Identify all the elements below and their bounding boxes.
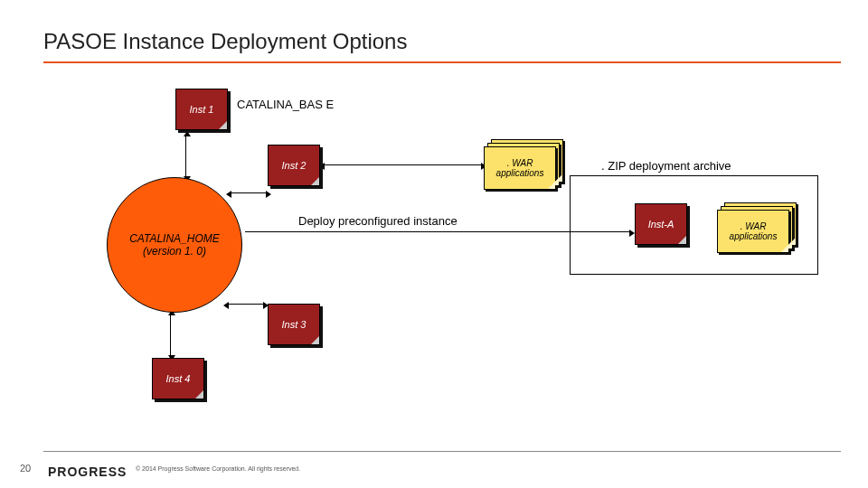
- connector-deploy: [245, 231, 630, 232]
- slide-title: PASOE Instance Deployment Options: [43, 29, 407, 54]
- connector-inst2: [231, 192, 267, 193]
- title-underline: [43, 61, 841, 63]
- brand-logo: PROGRESS: [48, 465, 127, 479]
- note-inst2: Inst 2: [268, 145, 320, 186]
- war-label-left: . WAR applications: [485, 158, 555, 178]
- diagram-canvas: CATALINA_HOME (version 1. 0) Inst 1 CATA…: [0, 70, 868, 416]
- connector-inst3: [228, 304, 264, 305]
- note-inst4-label: Inst 4: [166, 373, 191, 384]
- circle-line2: (version 1. 0): [143, 245, 206, 258]
- catalina-home-circle: CATALINA_HOME (version 1. 0): [107, 177, 242, 313]
- deploy-label: Deploy preconfigured instance: [298, 214, 458, 228]
- war-label-right: . WAR applications: [718, 221, 788, 241]
- note-inst4: Inst 4: [152, 358, 204, 399]
- note-inst3: Inst 3: [268, 304, 320, 345]
- connector-inst1: [185, 136, 186, 177]
- note-inst1-label: Inst 1: [190, 104, 214, 115]
- war-card-front: . WAR applications: [484, 146, 556, 190]
- zip-label: . ZIP deployment archive: [601, 159, 731, 173]
- connector-inst4: [170, 314, 171, 356]
- catalina-base-label: CATALINA_BAS E: [237, 98, 345, 111]
- copyright-text: © 2014 Progress Software Corporation. Al…: [136, 465, 300, 472]
- page-number: 20: [20, 463, 31, 474]
- circle-line1: CATALINA_HOME: [129, 232, 220, 245]
- note-instA: Inst-A: [635, 203, 687, 245]
- note-instA-label: Inst-A: [648, 219, 675, 230]
- note-inst2-label: Inst 2: [282, 160, 307, 171]
- footer-line: [43, 451, 841, 452]
- note-inst3-label: Inst 3: [282, 319, 307, 330]
- connector-war-left: [324, 164, 482, 165]
- war-card-front-r: . WAR applications: [717, 210, 789, 253]
- war-stack-left: . WAR applications: [484, 139, 563, 190]
- war-stack-right: . WAR applications: [717, 202, 797, 253]
- note-inst1: Inst 1: [175, 89, 228, 130]
